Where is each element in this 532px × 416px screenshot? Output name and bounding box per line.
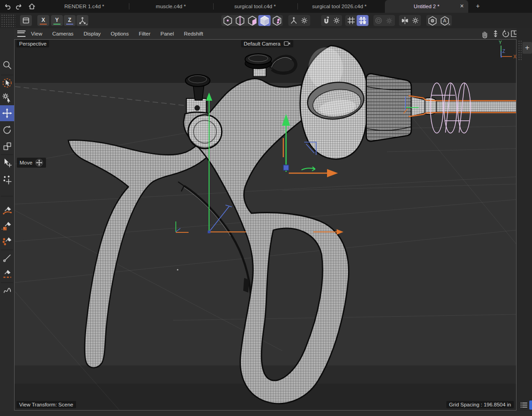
- menu-options[interactable]: Options: [111, 31, 129, 36]
- grid-quantize-button[interactable]: [345, 15, 357, 26]
- panel-drag-handle[interactable]: [518, 40, 522, 60]
- model-knurled-nut[interactable]: [366, 74, 411, 141]
- axis-orientation-gizmo: Y Z X: [496, 39, 517, 61]
- toolbar-drag-handle[interactable]: [1, 14, 15, 27]
- live-selection-tool[interactable]: [1, 77, 13, 89]
- bottom-resize-strip[interactable]: [0, 411, 532, 416]
- list-icon[interactable]: [519, 401, 528, 410]
- points-mode-button[interactable]: [221, 15, 234, 26]
- tab-surgical-tool-2026[interactable]: surgical tool 2026.c4d *: [298, 0, 380, 13]
- spline-smooth-tool[interactable]: [1, 235, 13, 247]
- workplane-axis-button[interactable]: A: [439, 15, 451, 26]
- magnet-snap-icon: [322, 16, 331, 25]
- menu-redshift[interactable]: Redshift: [184, 31, 203, 36]
- edges-mode-button[interactable]: [234, 15, 246, 26]
- gear-icon: [385, 17, 393, 25]
- bounding-box-button[interactable]: [20, 15, 32, 26]
- spline-pen-icon: [2, 205, 13, 216]
- model-pivot-ball[interactable]: [188, 115, 222, 149]
- tweak-tool[interactable]: [1, 92, 13, 104]
- model-handle-clip: [243, 278, 249, 293]
- texture-mode-button[interactable]: [271, 15, 283, 26]
- home-icon[interactable]: [28, 2, 36, 10]
- viewport-canvas: [15, 40, 516, 410]
- gear-icon: [411, 16, 419, 25]
- render-region-button[interactable]: [373, 15, 384, 26]
- application-window: RENDER 1.c4d * muscle.c4d * surgical too…: [0, 0, 532, 416]
- polygons-mode-button[interactable]: [246, 15, 258, 26]
- undo-icon[interactable]: [4, 2, 12, 10]
- right-dock-panel: [517, 28, 532, 416]
- spline-arc-tool[interactable]: [1, 268, 13, 280]
- line-cut-tool[interactable]: [1, 252, 13, 264]
- menu-cameras[interactable]: Cameras: [52, 31, 74, 36]
- layers-icon[interactable]: [529, 401, 532, 410]
- close-tab-icon[interactable]: ×: [458, 2, 466, 11]
- tool-sidebar: [0, 28, 14, 416]
- dolly-icon[interactable]: [491, 29, 500, 38]
- scale-tool[interactable]: [1, 140, 13, 152]
- rotate-icon: [1, 124, 13, 136]
- tab-muscle[interactable]: muscle.c4d *: [130, 0, 212, 13]
- axis-settings-button[interactable]: [299, 15, 309, 26]
- spline-sketch-tool[interactable]: [1, 220, 13, 232]
- pan-hand-icon[interactable]: [480, 29, 489, 38]
- menu-panel[interactable]: Panel: [160, 31, 174, 36]
- tab-separator: [297, 3, 298, 10]
- point-move-tool[interactable]: [1, 174, 13, 186]
- move-tooltip-label: Move: [20, 160, 32, 165]
- magnet-snap-button[interactable]: [321, 15, 332, 26]
- axis-x-label: X: [513, 54, 517, 59]
- tab-untitled-2[interactable]: Untitled 2 *: [385, 0, 468, 13]
- redo-icon[interactable]: [14, 2, 22, 10]
- viewport-menubar: View Cameras Display Options Filter Pane…: [14, 28, 517, 39]
- rotate-tool[interactable]: [1, 124, 13, 136]
- camera-label[interactable]: Default Camera: [241, 40, 293, 47]
- grid-quantize-lock-icon: [358, 16, 367, 25]
- add-panel-button[interactable]: +: [522, 42, 532, 54]
- tab-render1[interactable]: RENDER 1.c4d *: [41, 0, 128, 13]
- new-tab-icon[interactable]: +: [474, 2, 482, 11]
- model-mode-icon: [260, 15, 270, 26]
- axis-gizmo-button[interactable]: [77, 15, 88, 26]
- x-axis-label: X: [41, 17, 45, 23]
- spline-pen-tool[interactable]: [1, 205, 13, 216]
- render-region-settings-button[interactable]: [384, 15, 394, 26]
- camera-switch-icon[interactable]: [284, 41, 291, 46]
- component-mode-group: [221, 15, 283, 26]
- workplane-icon: [428, 16, 437, 26]
- snap-settings-button[interactable]: [332, 15, 342, 26]
- selection-move-tool[interactable]: [1, 157, 13, 169]
- axis-modify-button[interactable]: [288, 15, 299, 26]
- line-cut-icon: [2, 252, 13, 263]
- view-label[interactable]: Perspective: [16, 40, 49, 47]
- stray-vertex-point: [177, 269, 178, 270]
- grid-quantize-lock-button[interactable]: [357, 15, 368, 26]
- menu-display[interactable]: Display: [83, 31, 101, 36]
- model-mode-button[interactable]: [258, 15, 271, 26]
- find-tool[interactable]: [1, 59, 13, 71]
- y-axis-button[interactable]: Y: [51, 15, 63, 26]
- perspective-viewport[interactable]: [14, 39, 517, 411]
- symmetry-button[interactable]: [399, 15, 410, 26]
- axis-modify-group: [288, 15, 310, 26]
- spline-arc-icon: [2, 268, 13, 279]
- live-selection-icon: [1, 77, 13, 89]
- move-cursor-icon: [35, 159, 43, 167]
- x-axis-button[interactable]: X: [37, 15, 49, 26]
- menu-view[interactable]: View: [31, 31, 42, 36]
- symmetry-settings-button[interactable]: [410, 15, 420, 26]
- viewport-menu-icon[interactable]: [17, 31, 26, 37]
- symmetry-group: [399, 15, 421, 26]
- tab-surgical-tool[interactable]: surgical tool.c4d *: [214, 0, 296, 13]
- snap-group: [321, 15, 342, 26]
- orbit-icon[interactable]: [501, 29, 510, 38]
- menu-filter[interactable]: Filter: [139, 31, 151, 36]
- symmetry-icon: [400, 16, 409, 25]
- move-tool[interactable]: [0, 107, 14, 119]
- points-mode-icon: [223, 15, 233, 26]
- workplane-button[interactable]: [426, 15, 439, 26]
- edges-mode-icon: [235, 15, 245, 26]
- freehand-spline-tool[interactable]: [1, 284, 13, 296]
- z-axis-button[interactable]: Z: [64, 15, 76, 26]
